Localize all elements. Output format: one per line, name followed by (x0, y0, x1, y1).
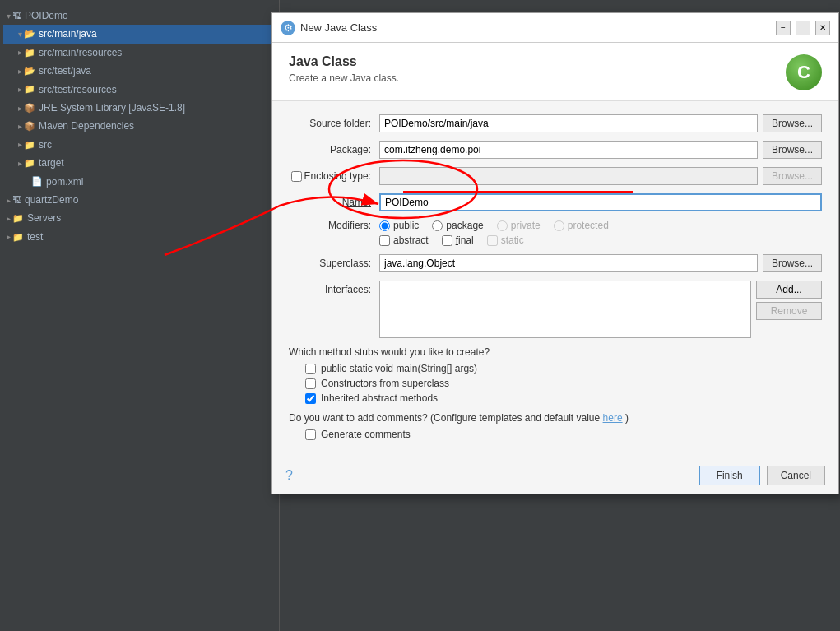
modifier-abstract-checkbox[interactable] (379, 235, 390, 246)
enclosing-type-checkbox[interactable] (291, 171, 302, 182)
modifier-final[interactable]: final (442, 234, 474, 246)
dialog-header-subtitle: Create a new Java class. (289, 72, 399, 84)
dialog-footer: ? Finish Cancel (272, 457, 838, 494)
source-folder-input[interactable] (379, 114, 758, 132)
tree-arrow: ▸ (18, 137, 22, 151)
tree-label: quartzDemo (25, 192, 78, 208)
tree-arrow: ▸ (18, 119, 22, 133)
tree-item-src-test-resources[interactable]: ▸ 📁 src/test/resources (3, 81, 276, 99)
modifier-final-checkbox[interactable] (442, 235, 452, 246)
modifier-package[interactable]: package (432, 220, 483, 231)
dialog-title-area: ⚙ New Java Class (281, 21, 377, 35)
interfaces-remove-button[interactable]: Remove (756, 302, 822, 320)
stub-inherited: Inherited abstract methods (305, 392, 822, 404)
tree-arrow: ▸ (7, 211, 11, 225)
interfaces-add-button[interactable]: Add... (756, 281, 822, 299)
tree-label: POIDemo (25, 7, 68, 24)
gear-icon: ⚙ (281, 21, 295, 35)
stubs-list: public static void main(String[] args) C… (305, 363, 822, 404)
superclass-input[interactable] (379, 254, 758, 272)
tree-item-pom-xml[interactable]: 📄 pom.xml (3, 173, 276, 191)
name-input[interactable] (379, 193, 822, 211)
tree-icon: 📂 (24, 26, 35, 42)
tree-arrow: ▸ (7, 193, 11, 207)
tree-item-maven-deps[interactable]: ▸ 📦 Maven Dependencies (3, 117, 276, 135)
tree-arrow: ▸ (18, 156, 22, 170)
interfaces-box (379, 281, 751, 338)
access-modifiers-row: public package private protected (379, 220, 609, 231)
maximize-button[interactable]: □ (796, 21, 810, 35)
enclosing-type-browse-button: Browse... (763, 167, 822, 185)
modifier-protected-radio[interactable] (554, 220, 564, 231)
generate-comments-label: Generate comments (321, 429, 411, 440)
modifier-static[interactable]: static (487, 234, 524, 246)
dialog-body: Source folder: Browse... Package: Browse… (272, 101, 838, 457)
modifier-public-radio[interactable] (379, 220, 390, 231)
tree-item-servers[interactable]: ▸ 📁 Servers (3, 209, 276, 227)
source-folder-label: Source folder: (289, 118, 379, 129)
generate-comments-checkbox[interactable] (305, 429, 316, 440)
tree-item-src[interactable]: ▸ 📁 src (3, 136, 276, 154)
dialog-title: New Java Class (300, 21, 377, 34)
modifier-private[interactable]: private (497, 220, 541, 231)
stub-main: public static void main(String[] args) (305, 363, 822, 374)
interfaces-buttons: Add... Remove (756, 281, 822, 320)
dialog-controls: − □ ✕ (776, 21, 830, 35)
modifiers-container: public package private protected (379, 220, 609, 246)
stubs-question: Which method stubs would you like to cre… (289, 346, 822, 358)
stub-inherited-label: Inherited abstract methods (321, 392, 438, 404)
superclass-label: Superclass: (289, 258, 379, 269)
cancel-button[interactable]: Cancel (767, 466, 825, 485)
comments-section: Do you want to add comments? (Configure … (289, 412, 822, 440)
superclass-browse-button[interactable]: Browse... (763, 254, 822, 272)
stub-inherited-checkbox[interactable] (305, 393, 316, 404)
stub-main-checkbox[interactable] (305, 364, 316, 374)
tree-icon: 📁 (24, 81, 35, 97)
dialog-header-title: Java Class (289, 54, 399, 69)
modifier-abstract[interactable]: abstract (379, 234, 429, 246)
tree-icon: 📁 (24, 155, 35, 171)
package-browse-button[interactable]: Browse... (763, 141, 822, 159)
tree-item-quartz-demo[interactable]: ▸ 🏗 quartzDemo (3, 191, 276, 209)
tree-arrow: ▸ (18, 101, 22, 115)
source-folder-row: Source folder: Browse... (289, 114, 822, 132)
interfaces-label: Interfaces: (289, 281, 379, 295)
tree-icon: 🏗 (12, 8, 21, 24)
tree-item-src-test-java[interactable]: ▸ 📂 src/test/java (3, 62, 276, 80)
modifier-protected[interactable]: protected (554, 220, 609, 231)
tree-item-jre-system[interactable]: ▸ 📦 JRE System Library [JavaSE-1.8] (3, 99, 276, 117)
tree-icon: 📄 (31, 174, 43, 189)
tree-item-poidemo-root[interactable]: ▾ 🏗 POIDemo (3, 7, 276, 25)
package-row: Package: Browse... (289, 141, 822, 159)
tree-item-src-main-resources[interactable]: ▸ 📁 src/main/resources (3, 44, 276, 62)
enclosing-type-input[interactable] (379, 167, 758, 185)
minimize-button[interactable]: − (776, 21, 791, 35)
tree-item-src-main-java[interactable]: ▾ 📂 src/main/java (3, 25, 276, 43)
package-input[interactable] (379, 141, 758, 159)
interfaces-row: Interfaces: Add... Remove (289, 281, 822, 338)
close-button[interactable]: ✕ (815, 21, 830, 35)
tree-icon: 📂 (24, 63, 35, 79)
finish-button[interactable]: Finish (699, 466, 760, 485)
modifier-private-radio[interactable] (497, 220, 508, 231)
eclipse-logo: C (786, 54, 822, 90)
stub-constructors-checkbox[interactable] (305, 378, 316, 389)
comments-configure-link[interactable]: here (603, 412, 623, 424)
tree-icon: 📁 (12, 230, 24, 245)
dialog-header: Java Class Create a new Java class. C (272, 43, 838, 101)
dialog-titlebar: ⚙ New Java Class − □ ✕ (272, 13, 838, 43)
source-folder-browse-button[interactable]: Browse... (763, 114, 822, 132)
modifier-static-checkbox[interactable] (487, 235, 498, 246)
stub-main-label: public static void main(String[] args) (321, 363, 477, 374)
tree-item-target[interactable]: ▸ 📁 target (3, 154, 276, 172)
tree-label: src (39, 137, 52, 153)
modifiers-row: Modifiers: public package private (289, 220, 822, 246)
modifier-package-radio[interactable] (432, 220, 443, 231)
tree-item-test[interactable]: ▸ 📁 test (3, 228, 276, 246)
modifier-public[interactable]: public (379, 220, 419, 231)
tree-label: src/main/resources (39, 44, 122, 61)
tree-label: Maven Dependencies (39, 118, 134, 134)
tree-icon: 📁 (12, 211, 24, 226)
help-button[interactable]: ? (285, 468, 293, 483)
tree-label: pom.xml (46, 174, 83, 190)
